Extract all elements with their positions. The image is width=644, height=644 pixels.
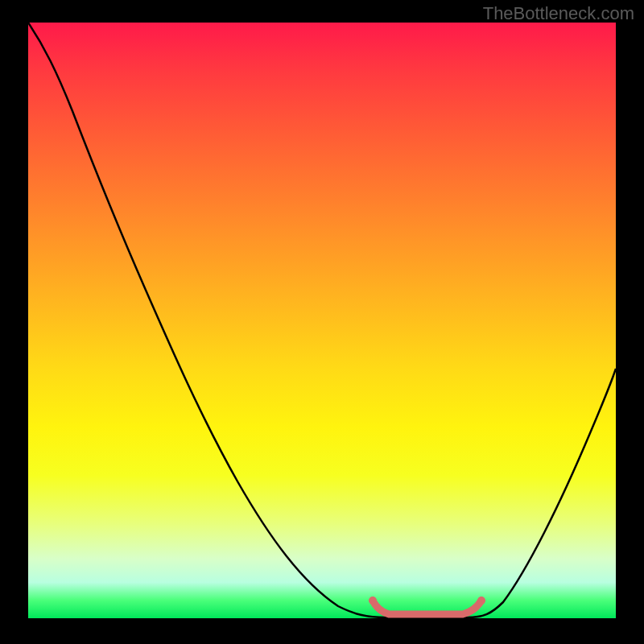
watermark-text: TheBottleneck.com [483, 3, 634, 24]
chart-svg [28, 23, 616, 618]
optimal-zone-right-dot [477, 597, 485, 605]
bottleneck-curve-line [28, 23, 616, 617]
optimal-zone-left-dot [369, 597, 377, 605]
optimal-zone-marker-line [373, 601, 481, 614]
